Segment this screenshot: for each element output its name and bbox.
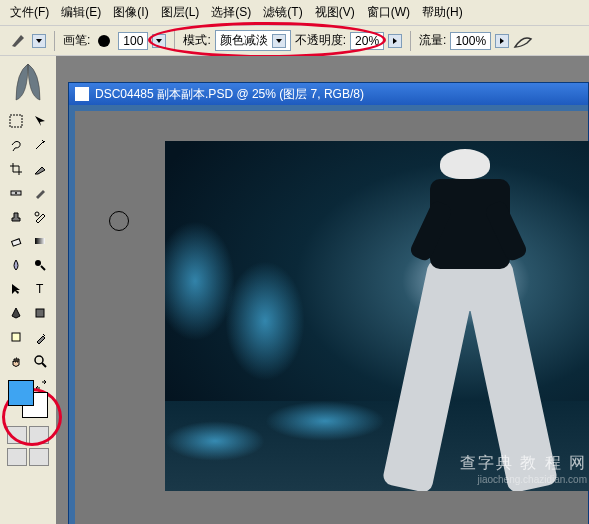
swap-colors-icon[interactable] [34, 378, 48, 392]
color-swatch-area [6, 378, 50, 418]
menu-layer[interactable]: 图层(L) [155, 2, 206, 23]
menu-window[interactable]: 窗口(W) [361, 2, 416, 23]
airbrush-icon[interactable] [513, 31, 533, 51]
app-logo-icon [4, 60, 52, 108]
tool-grid: T [5, 110, 51, 372]
opacity-input[interactable]: 20% [350, 32, 384, 50]
menu-select[interactable]: 选择(S) [205, 2, 257, 23]
crop-tool[interactable] [5, 158, 27, 180]
watermark-sub: jiaocheng.chazidian.com [460, 474, 587, 485]
screen-full-menu[interactable] [29, 448, 49, 466]
tool-preset-icon[interactable] [8, 31, 28, 51]
tool-preset-dropdown[interactable] [32, 34, 46, 48]
toolbox: T [0, 56, 56, 524]
menu-image[interactable]: 图像(I) [107, 2, 154, 23]
quickmask-on[interactable] [29, 426, 49, 444]
svg-rect-5 [35, 238, 45, 244]
zoom-tool[interactable] [29, 350, 51, 372]
document-content[interactable]: 查字典 教 程 网 jiaocheng.chazidian.com [75, 111, 588, 524]
shape-tool[interactable] [29, 302, 51, 324]
marquee-tool[interactable] [5, 110, 27, 132]
eraser-tool[interactable] [5, 230, 27, 252]
workspace: T [0, 56, 589, 524]
blur-tool[interactable] [5, 254, 27, 276]
wand-tool[interactable] [29, 134, 51, 156]
brush-cursor-icon [109, 211, 129, 231]
type-tool[interactable]: T [29, 278, 51, 300]
svg-rect-1 [10, 115, 22, 127]
chevron-down-icon [272, 34, 286, 48]
image-glow [265, 401, 385, 441]
flow-input[interactable]: 100% [450, 32, 491, 50]
quickmask-off[interactable] [7, 426, 27, 444]
path-select-tool[interactable] [5, 278, 27, 300]
image-glow [165, 421, 265, 461]
document-titlebar[interactable]: DSC04485 副本副本.PSD @ 25% (图层 7, RGB/8) [69, 83, 588, 105]
eyedropper-tool[interactable] [29, 326, 51, 348]
menu-edit[interactable]: 编辑(E) [55, 2, 107, 23]
stamp-tool[interactable] [5, 206, 27, 228]
screen-mode-area [7, 426, 49, 466]
svg-point-10 [35, 356, 43, 364]
svg-rect-8 [36, 309, 44, 317]
menu-help[interactable]: 帮助(H) [416, 2, 469, 23]
blend-mode-value: 颜色减淡 [220, 32, 268, 49]
menu-view[interactable]: 视图(V) [309, 2, 361, 23]
heal-tool[interactable] [5, 182, 27, 204]
menu-file[interactable]: 文件(F) [4, 2, 55, 23]
dodge-tool[interactable] [29, 254, 51, 276]
blend-mode-select[interactable]: 颜色减淡 [215, 30, 291, 51]
move-tool[interactable] [29, 110, 51, 132]
foreground-swatch[interactable] [8, 380, 34, 406]
canvas-area: DSC04485 副本副本.PSD @ 25% (图层 7, RGB/8) [56, 56, 589, 524]
brush-dropdown[interactable] [152, 34, 166, 48]
brush-size-input[interactable]: 100 [118, 32, 148, 50]
pen-tool[interactable] [5, 302, 27, 324]
canvas-image[interactable]: 查字典 教 程 网 jiaocheng.chazidian.com [165, 141, 589, 491]
slice-tool[interactable] [29, 158, 51, 180]
notes-tool[interactable] [5, 326, 27, 348]
svg-rect-9 [12, 333, 20, 341]
separator [410, 31, 411, 51]
mode-label: 模式: [183, 32, 210, 49]
image-glow [225, 261, 305, 381]
menu-filter[interactable]: 滤镜(T) [257, 2, 308, 23]
hand-tool[interactable] [5, 350, 27, 372]
menu-bar: 文件(F) 编辑(E) 图像(I) 图层(L) 选择(S) 滤镜(T) 视图(V… [0, 0, 589, 26]
gradient-tool[interactable] [29, 230, 51, 252]
separator [54, 31, 55, 51]
separator [174, 31, 175, 51]
brush-tool[interactable] [29, 182, 51, 204]
flow-slider-toggle[interactable] [495, 34, 509, 48]
history-brush-tool[interactable] [29, 206, 51, 228]
svg-point-3 [35, 212, 39, 216]
screen-standard[interactable] [7, 448, 27, 466]
opacity-label: 不透明度: [295, 32, 346, 49]
document-window: DSC04485 副本副本.PSD @ 25% (图层 7, RGB/8) [68, 82, 589, 524]
brush-preview-icon[interactable] [94, 31, 114, 51]
svg-point-0 [98, 35, 110, 47]
brush-label: 画笔: [63, 32, 90, 49]
svg-point-6 [35, 260, 41, 266]
options-bar: 画笔: 100 模式: 颜色减淡 不透明度: 20% 流量: 100% [0, 26, 589, 56]
watermark: 查字典 教 程 网 jiaocheng.chazidian.com [460, 453, 587, 485]
opacity-slider-toggle[interactable] [388, 34, 402, 48]
document-icon [75, 87, 89, 101]
svg-rect-4 [12, 239, 21, 246]
watermark-text: 查字典 教 程 网 [460, 454, 587, 471]
svg-text:T: T [36, 282, 44, 296]
document-title: DSC04485 副本副本.PSD @ 25% (图层 7, RGB/8) [95, 86, 364, 103]
lasso-tool[interactable] [5, 134, 27, 156]
image-figure [385, 141, 575, 491]
flow-label: 流量: [419, 32, 446, 49]
